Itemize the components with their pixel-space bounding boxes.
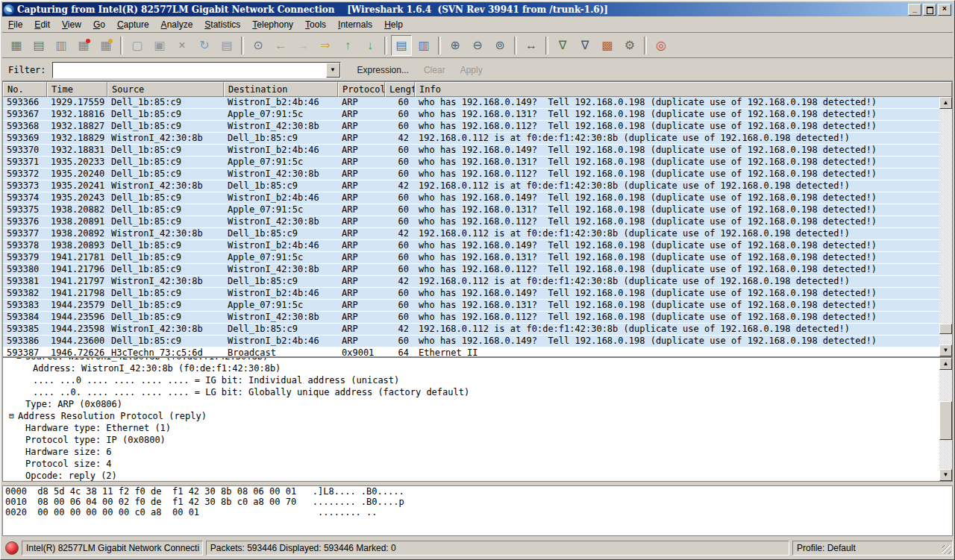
hex-line[interactable]: 0010 08 00 06 04 00 02 f0 de f1 42 30 8b… — [3, 497, 952, 507]
packet-row[interactable]: 5933821941.21798Dell_1b:85:c9WistronI_b2… — [3, 288, 939, 300]
coloring-rules-button[interactable]: ▩ — [597, 35, 618, 56]
details-scrollbar[interactable]: ▲ ▼ — [939, 358, 952, 481]
menu-internals[interactable]: Internals — [332, 17, 378, 32]
packet-list-scrollbar[interactable]: ▲ ▼ — [939, 97, 952, 356]
menu-capture[interactable]: Capture — [111, 17, 155, 32]
go-to-top-button[interactable]: ↑ — [337, 35, 358, 56]
reload-file-button[interactable]: ↻ — [194, 35, 215, 56]
menu-file[interactable]: File — [2, 17, 28, 32]
capture-options-button[interactable]: ▤ — [28, 35, 49, 56]
packet-row[interactable]: 5933781938.20893Dell_1b:85:c9WistronI_b2… — [3, 240, 939, 252]
column-header-source[interactable]: Source — [107, 82, 224, 97]
find-packet-button[interactable]: ⊙ — [248, 35, 269, 56]
detail-line[interactable]: Hardware type: Ethernet (1) — [3, 422, 939, 434]
save-file-button[interactable]: ▣ — [149, 35, 170, 56]
apply-button[interactable]: Apply — [453, 63, 490, 78]
packet-row[interactable]: 5933831944.23579Dell_1b:85:c9Apple_07:91… — [3, 300, 939, 312]
colorize-list-button[interactable]: ▤ — [391, 35, 412, 56]
display-filters-button[interactable]: ∇ — [574, 35, 595, 56]
detail-line[interactable]: Opcode: reply (2) — [3, 470, 939, 481]
packet-row[interactable]: 5933751938.20882Dell_1b:85:c9Apple_07:91… — [3, 204, 939, 216]
menu-view[interactable]: View — [56, 17, 87, 32]
menu-analyze[interactable]: Analyze — [155, 17, 199, 32]
go-to-bottom-button[interactable]: ↓ — [360, 35, 381, 56]
print-button[interactable]: ▤ — [216, 35, 237, 56]
go-back-button[interactable]: ← — [270, 35, 291, 56]
packet-row[interactable]: 5933681932.18827Dell_1b:85:c9WistronI_42… — [3, 121, 939, 133]
go-to-packet-button[interactable]: ⇒ — [315, 35, 336, 56]
zoom-out-button[interactable]: ⊖ — [467, 35, 488, 56]
packet-row[interactable]: 5933801941.21796Dell_1b:85:c9WistronI_42… — [3, 264, 939, 276]
packet-row[interactable]: 5933761938.20891Dell_1b:85:c9WistronI_42… — [3, 216, 939, 228]
minimize-button[interactable]: _ — [908, 4, 921, 16]
zoom-in-button[interactable]: ⊕ — [445, 35, 466, 56]
auto-scroll-button[interactable]: ▥ — [413, 35, 434, 56]
scroll-down-button[interactable]: ▼ — [939, 345, 952, 356]
hex-line[interactable]: 0000 d8 5d 4c 38 11 f2 f0 de f1 42 30 8b… — [3, 486, 952, 497]
close-button[interactable]: × — [938, 4, 951, 16]
expression-button[interactable]: Expression... — [350, 63, 416, 78]
packet-row[interactable]: 5933701932.18831Dell_1b:85:c9WistronI_b2… — [3, 145, 939, 157]
zoom-100-button[interactable]: ⊚ — [489, 35, 510, 56]
filter-input[interactable] — [53, 63, 326, 78]
help-button[interactable]: ◎ — [651, 35, 671, 56]
menu-go[interactable]: Go — [87, 17, 111, 32]
packet-row[interactable]: 5933711935.20233Dell_1b:85:c9Apple_07:91… — [3, 157, 939, 169]
packet-row[interactable]: 5933731935.20241WistronI_42:30:8bDell_1b… — [3, 180, 939, 192]
capture-stop-button[interactable]: ▦ — [73, 35, 94, 56]
detail-line[interactable]: .... ..0. .... .... .... .... = LG bit: … — [3, 386, 939, 398]
menu-tools[interactable]: Tools — [299, 17, 332, 32]
detail-line[interactable]: ⊟Source: WistronI_42:30:8b (f0:de:f1:42:… — [3, 357, 939, 362]
restore-button[interactable] — [923, 4, 936, 16]
hex-line[interactable]: 0020 00 00 00 00 00 00 c0 a8 00 01 .....… — [3, 507, 952, 517]
detail-line[interactable]: Protocol size: 4 — [3, 458, 939, 470]
scroll-down-button[interactable]: ▼ — [939, 469, 952, 481]
column-header-time[interactable]: Time — [47, 82, 107, 97]
menu-telephony[interactable]: Telephony — [246, 17, 299, 32]
detail-line[interactable]: Hardware size: 6 — [3, 446, 939, 458]
packet-row[interactable]: 5933661929.17559Dell_1b:85:c9WistronI_b2… — [3, 97, 939, 109]
menu-statistics[interactable]: Statistics — [198, 17, 246, 32]
packet-row[interactable]: 5933691932.18829WistronI_42:30:8bDell_1b… — [3, 133, 939, 145]
menu-help[interactable]: Help — [378, 17, 409, 32]
packet-row[interactable]: 5933851944.23598WistronI_42:30:8bDell_1b… — [3, 324, 939, 336]
packet-row[interactable]: 5933671932.18816Dell_1b:85:c9Apple_07:91… — [3, 109, 939, 121]
open-file-button[interactable]: ▢ — [127, 35, 148, 56]
column-header-protocol[interactable]: Protocol — [338, 82, 385, 97]
capture-filters-button[interactable]: ∇ — [552, 35, 573, 56]
preferences-button[interactable]: ⚙ — [619, 35, 640, 56]
detail-line[interactable]: ⊟Address Resolution Protocol (reply) — [3, 410, 939, 422]
filter-dropdown-button[interactable]: ▼ — [326, 63, 340, 78]
go-forward-button[interactable]: → — [292, 35, 313, 56]
detail-line[interactable]: Protocol type: IP (0x0800) — [3, 434, 939, 446]
expander-icon[interactable]: ⊟ — [15, 357, 23, 362]
scroll-up-button[interactable]: ▲ — [939, 97, 952, 109]
scroll-thumb[interactable] — [939, 401, 952, 440]
column-header-length[interactable]: Length — [385, 82, 415, 97]
capture-start-button[interactable]: ▥ — [51, 35, 72, 56]
scroll-up-button[interactable]: ▲ — [939, 358, 952, 370]
column-header-info[interactable]: Info — [415, 82, 952, 97]
clear-button[interactable]: Clear — [416, 63, 453, 78]
close-file-button[interactable]: × — [172, 35, 192, 56]
column-header-destination[interactable]: Destination — [224, 82, 338, 97]
capture-restart-button[interactable]: ▦ — [96, 35, 116, 56]
detail-line[interactable]: Type: ARP (0x0806) — [3, 398, 939, 410]
packet-row[interactable]: 5933861944.23600Dell_1b:85:c9WistronI_b2… — [3, 336, 939, 347]
column-header-no[interactable]: No. — [3, 82, 47, 97]
menu-edit[interactable]: Edit — [28, 17, 56, 32]
packet-row[interactable]: 5933841944.23596Dell_1b:85:c9WistronI_42… — [3, 312, 939, 324]
packet-row[interactable]: 5933791941.21781Dell_1b:85:c9Apple_07:91… — [3, 252, 939, 264]
detail-line[interactable]: .... ...0 .... .... .... .... = IG bit: … — [3, 374, 939, 386]
expander-icon[interactable]: ⊟ — [7, 410, 16, 422]
packet-row[interactable]: 5933871946.72626H3cTechn_73:c5:6dBroadca… — [3, 347, 939, 356]
packet-row[interactable]: 5933811941.21797WistronI_42:30:8bDell_1b… — [3, 276, 939, 288]
packet-row[interactable]: 5933741935.20243Dell_1b:85:c9WistronI_b2… — [3, 192, 939, 204]
list-interfaces-button[interactable]: ▦ — [6, 35, 27, 56]
scroll-thumb[interactable] — [939, 324, 952, 334]
detail-line[interactable]: Address: WistronI_42:30:8b (f0:de:f1:42:… — [3, 362, 939, 374]
packet-row[interactable]: 5933771938.20892WistronI_42:30:8bDell_1b… — [3, 228, 939, 240]
packet-row[interactable]: 5933721935.20240Dell_1b:85:c9WistronI_42… — [3, 169, 939, 180]
status-profile[interactable]: Profile: Default — [792, 541, 953, 556]
resize-grip[interactable] — [942, 545, 951, 554]
